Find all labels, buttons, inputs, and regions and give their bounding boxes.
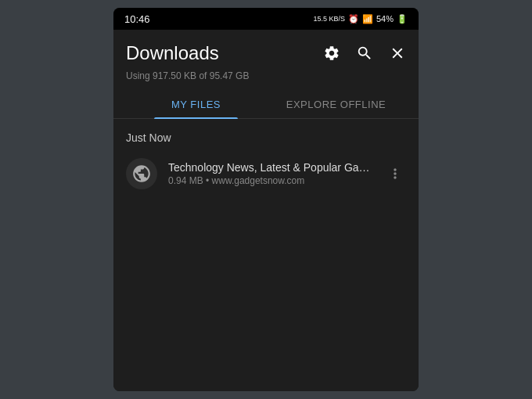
- tabs: MY FILES EXPLORE OFFLINE: [113, 91, 419, 119]
- network-speed: 15.5 KB/S: [313, 15, 345, 23]
- file-name: Technology News, Latest & Popular Gad…: [168, 161, 373, 174]
- close-button[interactable]: [389, 45, 406, 62]
- battery-icon: 🔋: [397, 14, 408, 24]
- battery-text: 54%: [376, 14, 394, 23]
- storage-info: Using 917.50 KB of 95.47 GB: [113, 70, 419, 91]
- app-content: Downloads: [113, 30, 419, 391]
- status-bar: 10:46 15.5 KB/S ⏰ 📶 54% 🔋: [113, 8, 419, 30]
- file-meta: 0.94 MB • www.gadgetsnow.com: [168, 175, 373, 186]
- status-time: 10:46: [124, 13, 150, 25]
- phone-frame: 10:46 15.5 KB/S ⏰ 📶 54% 🔋 Downloads: [113, 8, 419, 391]
- status-icons: 15.5 KB/S ⏰ 📶 54% 🔋: [313, 14, 408, 24]
- more-options-button[interactable]: [384, 163, 406, 185]
- alarm-icon: ⏰: [348, 14, 359, 24]
- file-icon: [126, 158, 157, 189]
- signal-icon: 📶: [362, 14, 373, 24]
- page-title: Downloads: [126, 42, 219, 64]
- header-actions: [323, 45, 406, 62]
- tab-my-files[interactable]: MY FILES: [126, 91, 266, 118]
- storage-text: Using 917.50 KB of 95.47 GB: [126, 70, 249, 81]
- search-button[interactable]: [356, 45, 373, 62]
- section-just-now: Just Now: [113, 119, 419, 150]
- list-item[interactable]: Technology News, Latest & Popular Gad… 0…: [113, 150, 419, 197]
- tab-explore-offline[interactable]: EXPLORE OFFLINE: [266, 91, 406, 118]
- header: Downloads: [113, 30, 419, 70]
- settings-button[interactable]: [323, 45, 340, 62]
- file-details: Technology News, Latest & Popular Gad… 0…: [168, 161, 373, 186]
